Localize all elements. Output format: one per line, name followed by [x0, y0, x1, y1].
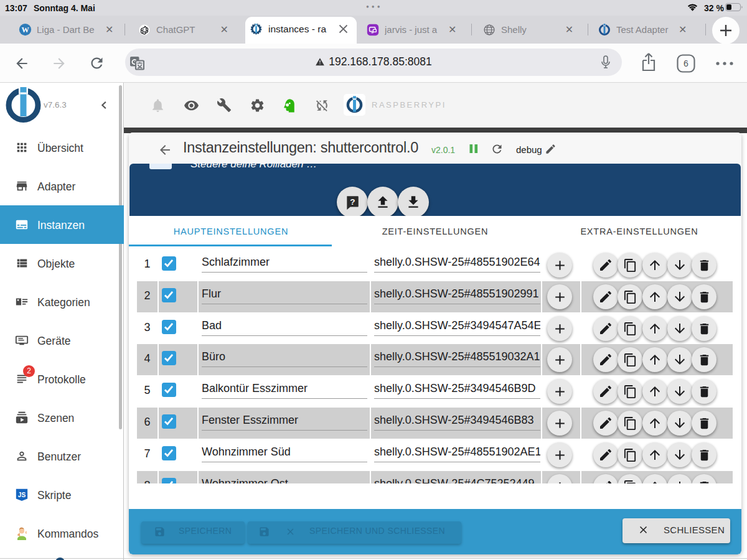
- svg-text:6: 6: [684, 58, 688, 68]
- svg-text:W: W: [21, 26, 29, 34]
- svg-text:?: ?: [350, 197, 355, 207]
- svg-text:JS: JS: [18, 492, 26, 498]
